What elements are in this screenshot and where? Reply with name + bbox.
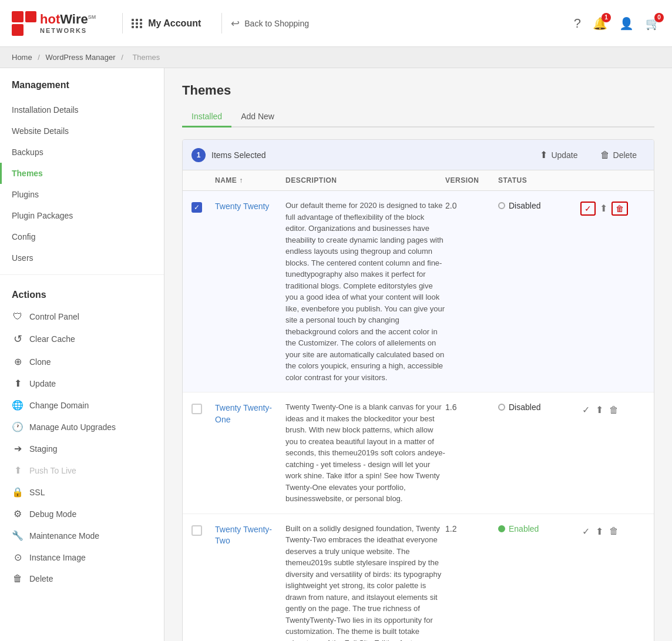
bulk-update-button[interactable]: ⬆ Update bbox=[532, 146, 586, 164]
bulk-delete-button[interactable]: 🗑 Delete bbox=[592, 146, 645, 164]
sidebar-action-instance-image[interactable]: ⊙ Instance Image bbox=[0, 546, 164, 568]
table-header-name[interactable]: NAME ↑ bbox=[215, 176, 285, 184]
breadcrumb-sep-1: / bbox=[38, 53, 42, 62]
row-1-checkbox[interactable]: ✓ bbox=[191, 202, 202, 213]
row-2-update-button[interactable]: ⬆ bbox=[594, 402, 605, 417]
breadcrumb-home[interactable]: Home bbox=[12, 53, 32, 62]
sidebar-action-clone[interactable]: ⊕ Clone bbox=[0, 351, 164, 372]
delete-icon: 🗑 bbox=[12, 573, 23, 584]
row-3-name: Twenty Twenty-Two bbox=[215, 523, 285, 547]
sidebar-action-ssl[interactable]: 🔒 SSL bbox=[0, 481, 164, 503]
row-2-activate-button[interactable]: ✓ bbox=[580, 402, 592, 417]
tab-installed[interactable]: Installed bbox=[182, 107, 231, 127]
row-2-version: 1.6 bbox=[445, 401, 498, 412]
row-3-delete-button[interactable]: 🗑 bbox=[607, 524, 620, 538]
user-icon[interactable]: 👤 bbox=[619, 16, 634, 31]
row-1-delete-button[interactable]: 🗑 bbox=[611, 202, 628, 216]
change-domain-icon: 🌐 bbox=[12, 400, 23, 411]
sidebar-item-plugins-label: Plugins bbox=[12, 190, 39, 199]
sidebar-item-backups[interactable]: Backups bbox=[0, 142, 164, 163]
row-3-status-dot bbox=[498, 525, 505, 532]
back-to-shopping-button[interactable]: ↩ Back to Shopping bbox=[231, 17, 309, 30]
table-header-actions bbox=[580, 176, 645, 184]
update-label: Update bbox=[29, 379, 56, 388]
clone-icon: ⊕ bbox=[12, 356, 23, 367]
row-1-version: 2.0 bbox=[445, 200, 498, 210]
debug-mode-icon: ⚙ bbox=[12, 508, 23, 519]
sidebar-action-delete[interactable]: 🗑 Delete bbox=[0, 568, 164, 589]
clone-label: Clone bbox=[29, 357, 51, 367]
name-sort-label: NAME bbox=[215, 176, 237, 184]
row-3-activate-button[interactable]: ✓ bbox=[580, 524, 592, 539]
row-3-checkbox[interactable] bbox=[191, 525, 202, 536]
notifications-icon[interactable]: 🔔 1 bbox=[593, 16, 607, 31]
change-domain-label: Change Domain bbox=[29, 401, 89, 410]
staging-icon: ➔ bbox=[12, 443, 23, 454]
sidebar-item-installation-details-label: Installation Details bbox=[12, 105, 79, 115]
sidebar-item-plugin-packages[interactable]: Plugin Packages bbox=[0, 205, 164, 226]
sidebar-action-debug-mode[interactable]: ⚙ Debug Mode bbox=[0, 503, 164, 525]
ssl-label: SSL bbox=[29, 488, 45, 497]
logo-wire: Wire bbox=[60, 12, 88, 26]
my-account-nav[interactable]: My Account bbox=[132, 18, 201, 29]
sidebar: Management Installation Details Website … bbox=[0, 68, 164, 641]
sidebar-item-themes[interactable]: Themes bbox=[0, 163, 164, 184]
row-2-checkbox[interactable] bbox=[191, 404, 202, 414]
sidebar-action-control-panel[interactable]: 🛡 Control Panel bbox=[0, 306, 164, 327]
content-area: Themes Installed Add New 1 Items Selecte… bbox=[164, 68, 672, 641]
manage-auto-upgrades-label: Manage Auto Upgrades bbox=[29, 422, 116, 432]
row-1-actions: ✓ ⬆ 🗑 bbox=[580, 200, 645, 216]
row-3-update-button[interactable]: ⬆ bbox=[594, 524, 605, 539]
row-1-update-button[interactable]: ⬆ bbox=[598, 201, 609, 216]
table-header-version: VERSION bbox=[445, 176, 498, 184]
sidebar-action-staging[interactable]: ➔ Staging bbox=[0, 438, 164, 459]
sidebar-action-change-domain[interactable]: 🌐 Change Domain bbox=[0, 394, 164, 416]
row-1-status-dot bbox=[498, 202, 505, 209]
maintenance-mode-icon: 🔧 bbox=[12, 530, 23, 541]
back-to-shopping-label: Back to Shopping bbox=[244, 19, 309, 28]
ssl-icon: 🔒 bbox=[12, 486, 23, 498]
bulk-update-label: Update bbox=[551, 150, 577, 160]
breadcrumb-wordpress-manager[interactable]: WordPress Manager bbox=[46, 53, 116, 62]
row-2-status-label: Disabled bbox=[509, 402, 540, 412]
manage-auto-upgrades-icon: 🕐 bbox=[12, 421, 23, 432]
row-3-status-label: Enabled bbox=[509, 524, 539, 533]
header-divider-2 bbox=[221, 13, 222, 33]
my-account-label: My Account bbox=[148, 18, 201, 29]
sidebar-item-website-details[interactable]: Website Details bbox=[0, 120, 164, 142]
sidebar-item-installation-details[interactable]: Installation Details bbox=[0, 99, 164, 120]
push-to-live-label: Push To Live bbox=[29, 466, 76, 475]
back-arrow-icon: ↩ bbox=[231, 17, 240, 30]
table-header-status: STATUS bbox=[498, 176, 580, 184]
notification-badge: 1 bbox=[602, 13, 611, 22]
maintenance-mode-label: Maintenance Mode bbox=[29, 531, 99, 541]
sidebar-action-maintenance-mode[interactable]: 🔧 Maintenance Mode bbox=[0, 525, 164, 546]
sidebar-item-config[interactable]: Config bbox=[0, 226, 164, 247]
row-1-activate-button[interactable]: ✓ bbox=[580, 202, 596, 216]
sidebar-action-manage-auto-upgrades[interactable]: 🕐 Manage Auto Upgrades bbox=[0, 416, 164, 438]
sidebar-item-backups-label: Backups bbox=[12, 147, 43, 157]
bulk-delete-icon: 🗑 bbox=[600, 150, 610, 160]
row-2-delete-button[interactable]: 🗑 bbox=[607, 403, 620, 417]
delete-label: Delete bbox=[29, 574, 53, 583]
sidebar-item-plugins[interactable]: Plugins bbox=[0, 184, 164, 205]
sidebar-action-update[interactable]: ⬆ Update bbox=[0, 372, 164, 394]
breadcrumb-sep-2: / bbox=[121, 53, 125, 62]
help-icon[interactable]: ? bbox=[574, 16, 581, 31]
sort-icon: ↑ bbox=[239, 176, 243, 184]
table-header-checkbox bbox=[191, 176, 215, 184]
items-selected-count: 1 bbox=[191, 148, 206, 162]
main-layout: Management Installation Details Website … bbox=[0, 68, 672, 641]
sidebar-action-clear-cache[interactable]: ↺ Clear Cache bbox=[0, 327, 164, 351]
cart-badge: 0 bbox=[654, 13, 664, 22]
sidebar-item-users[interactable]: Users bbox=[0, 247, 164, 269]
debug-mode-label: Debug Mode bbox=[29, 509, 76, 519]
tab-add-new[interactable]: Add New bbox=[231, 107, 284, 127]
sidebar-item-themes-label: Themes bbox=[12, 169, 43, 178]
cart-icon[interactable]: 🛒 0 bbox=[646, 16, 660, 31]
row-1-status-label: Disabled bbox=[509, 201, 540, 210]
sidebar-item-config-label: Config bbox=[12, 232, 35, 241]
breadcrumb-current: Themes bbox=[132, 53, 160, 62]
row-3-version: 1.2 bbox=[445, 523, 498, 533]
page-title: Themes bbox=[182, 83, 654, 98]
